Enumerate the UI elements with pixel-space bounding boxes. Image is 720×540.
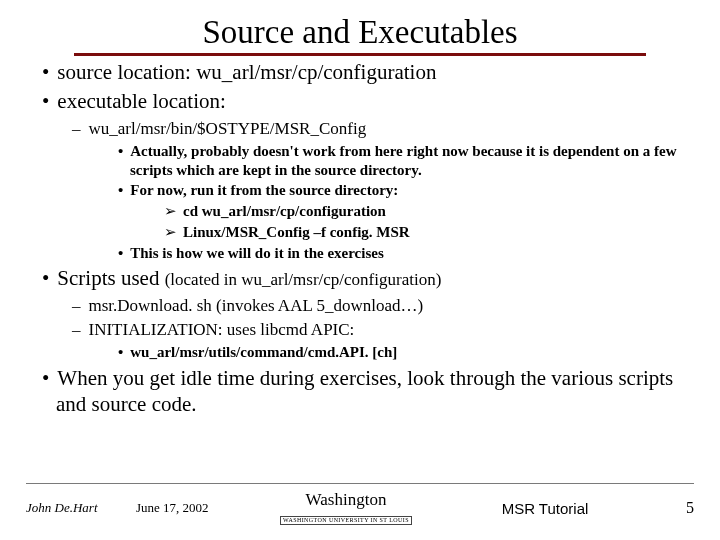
bullet-executable-location: executable location: — [56, 88, 686, 114]
footer-tutorial: MSR Tutorial — [426, 500, 664, 517]
bullet-cd-command: cd wu_arl/msr/cp/configuration — [178, 202, 686, 221]
footer-date: June 17, 2002 — [136, 500, 266, 516]
university-name: Washington — [266, 490, 426, 510]
bullet-exercises: This is how we will do it in the exercis… — [130, 244, 686, 263]
scripts-used-text: Scripts used — [57, 266, 164, 290]
footer-university: Washington WASHINGTON UNIVERSITY IN ST L… — [266, 490, 426, 526]
bullet-idle-time: When you get idle time during exercises,… — [56, 365, 686, 418]
bullet-list: source location: wu_arl/msr/cp/configura… — [34, 59, 686, 417]
bullet-cmd-api: wu_arl/msr/utils/command/cmd.API. [ch] — [130, 343, 686, 362]
bullet-linux-command: Linux/MSR_Config –f config. MSR — [178, 223, 686, 242]
bullet-source-location: source location: wu_arl/msr/cp/configura… — [56, 59, 686, 85]
bullet-msr-download: msr.Download. sh (invokes AAL 5_download… — [86, 295, 686, 316]
scripts-used-paren: (located in wu_arl/msr/cp/configuration) — [165, 270, 442, 289]
footer-rule — [26, 483, 694, 484]
slide-footer: John De.Hart June 17, 2002 Washington WA… — [0, 483, 720, 526]
slide-title: Source and Executables — [74, 14, 646, 56]
university-subtitle: WASHINGTON UNIVERSITY IN ST LOUIS — [280, 516, 412, 525]
bullet-actually: Actually, probably doesn't work from her… — [130, 142, 686, 180]
bullet-exec-path: wu_arl/msr/bin/$OSTYPE/MSR_Config — [86, 118, 686, 139]
bullet-scripts-used: Scripts used (located in wu_arl/msr/cp/c… — [56, 265, 686, 291]
footer-page-number: 5 — [664, 499, 694, 517]
footer-author: John De.Hart — [26, 500, 136, 516]
bullet-initialization: INITIALIZATION: uses libcmd APIC: — [86, 319, 686, 340]
bullet-for-now: For now, run it from the source director… — [130, 181, 686, 200]
